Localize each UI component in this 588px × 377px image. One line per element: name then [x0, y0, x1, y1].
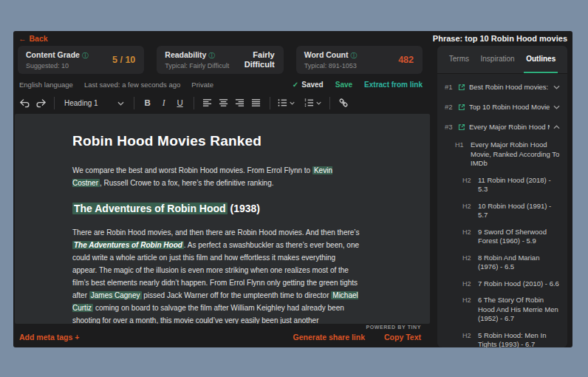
readability-label: Readabilityⓘ — [165, 50, 229, 61]
outline-heading-entry: H28 Robin And Marian (1976) - 6.5 — [462, 250, 560, 276]
heading-level-label: H2 — [462, 279, 473, 289]
body-paragraph: There are Robin Hood movies, and then th… — [72, 226, 360, 324]
outline-item[interactable]: #1Best Robin Hood movies: Ran... — [445, 77, 560, 97]
document-editor[interactable]: Robin Hood Movies Ranked We compare the … — [15, 114, 430, 324]
redo-icon — [35, 98, 47, 108]
heading-text: 7 Robin Hood (2010) - 6.6 — [478, 279, 559, 289]
external-link-icon[interactable] — [458, 103, 465, 111]
bullet-list-icon — [278, 98, 287, 107]
undo-button[interactable] — [16, 95, 33, 111]
extract-from-link-button[interactable]: Extract from link — [364, 81, 423, 89]
heading-level-label: H2 — [462, 202, 473, 220]
footer-links: Add meta tags + Generate share link Copy… — [19, 333, 421, 342]
add-meta-tags-button[interactable]: Add meta tags + — [19, 333, 79, 342]
intro-paragraph: We compare the best and worst Robin Hood… — [72, 164, 360, 189]
outline-heading-entry: H210 Robin Hood (1991) - 5.7 — [462, 198, 560, 224]
status-right: ✓ Saved Save Extract from link — [293, 81, 423, 89]
outline-heading-entry: H29 Sword Of Sherwood Forest (1960) - 5.… — [462, 224, 560, 250]
save-button[interactable]: Save — [335, 81, 352, 89]
highlighted-term: James Cagney — [89, 291, 142, 299]
text-segment: coming on board to salvage the film afte… — [72, 304, 344, 324]
heading-text: 11 Robin Hood (2018) - 5.3 — [478, 176, 560, 194]
toolbar-divider — [270, 97, 270, 109]
outline-list: #1Best Robin Hood movies: Ran...#2Top 10… — [437, 74, 567, 347]
align-left-button[interactable] — [199, 95, 216, 111]
chevron-up-icon — [553, 125, 560, 129]
align-center-icon — [219, 98, 228, 107]
readability-card: Readabilityⓘ Typical: Fairly Difficult F… — [157, 46, 283, 74]
external-link-icon[interactable] — [458, 123, 465, 131]
word-count-text: Word Countⓘ Typical: 891-1053 — [304, 50, 358, 69]
block-format-select[interactable]: Heading 1 — [60, 99, 129, 107]
underline-button[interactable]: U — [172, 95, 188, 111]
powered-by-label: POWERED BY TINY — [366, 325, 421, 330]
check-icon: ✓ — [293, 81, 298, 89]
text-segment: pissed Jack Warner off for the umpteenth… — [142, 291, 332, 299]
block-format-value: Heading 1 — [64, 99, 98, 107]
outline-sidebar: TermsInspirationOutlines #1Best Robin Ho… — [437, 46, 567, 347]
info-icon[interactable]: ⓘ — [82, 52, 89, 59]
content-grade-text: Content Gradeⓘ Suggested: 10 — [26, 50, 89, 69]
copy-text-button[interactable]: Copy Text — [384, 333, 421, 342]
outline-heading-entry: H26 The Story Of Robin Hood And His Merr… — [462, 292, 560, 327]
back-button[interactable]: ← Back — [18, 34, 48, 43]
heading-level-label: H2 — [462, 331, 473, 348]
redo-button[interactable] — [33, 95, 49, 111]
italic-button[interactable]: I — [156, 95, 172, 111]
language-label: English language — [19, 81, 73, 89]
outline-item[interactable]: #2Top 10 Robin Hood Movies - ... — [445, 97, 560, 117]
numbered-list-icon — [304, 98, 314, 107]
undo-icon — [19, 98, 30, 108]
align-justify-button[interactable] — [248, 95, 264, 111]
editor-footer: POWERED BY TINY Add meta tags + Generate… — [13, 324, 431, 346]
word-count-card: Word Countⓘ Typical: 891-1053 482 — [296, 46, 423, 74]
heading-level-label: H1 — [455, 140, 465, 169]
outline-item[interactable]: #3Every Major Robin Hood Mov... — [445, 117, 560, 137]
sidebar-tabs: TermsInspirationOutlines — [437, 46, 567, 74]
toolbar-divider — [194, 97, 194, 109]
phrase-title: Phrase: top 10 Robin Hood movies — [433, 34, 567, 43]
word-count-value: 482 — [398, 55, 414, 65]
content-grade-card: Content Gradeⓘ Suggested: 10 5 / 10 — [18, 46, 144, 74]
toolbar-divider — [54, 97, 55, 109]
outline-title: Top 10 Robin Hood Movies - ... — [469, 103, 550, 111]
last-saved-label: Last saved: a few seconds ago — [84, 81, 180, 89]
align-left-icon — [202, 98, 212, 107]
generate-share-link-button[interactable]: Generate share link — [293, 333, 365, 342]
readability-value: Fairly Difficult — [236, 50, 275, 69]
back-label: Back — [30, 34, 48, 43]
link-button[interactable] — [335, 95, 352, 111]
content-grade-subtext: Suggested: 10 — [26, 62, 89, 69]
bold-button[interactable]: B — [140, 95, 156, 111]
heading-text: 10 Robin Hood (1991) - 5.7 — [478, 202, 560, 220]
saved-indicator: ✓ Saved — [293, 81, 324, 89]
external-link-icon[interactable] — [458, 84, 465, 91]
tab-outlines[interactable]: Outlines — [524, 46, 558, 73]
info-icon[interactable]: ⓘ — [351, 52, 358, 59]
link-icon — [338, 98, 349, 108]
tab-terms[interactable]: Terms — [447, 46, 471, 73]
readability-subtext: Typical: Fairly Difficult — [165, 62, 229, 69]
chevron-down-icon — [553, 105, 560, 109]
bullet-list-button[interactable] — [276, 95, 298, 111]
heading-level-label: H2 — [462, 228, 473, 246]
heading-text: 5 Robin Hood: Men In Tights (1993) - 6.7 — [478, 331, 560, 348]
metrics-row: Content Gradeⓘ Suggested: 10 5 / 10 Read… — [18, 46, 423, 74]
tab-inspiration[interactable]: Inspiration — [479, 46, 517, 73]
app-window: ← Back Phrase: top 10 Robin Hood movies … — [13, 31, 572, 347]
outline-number: #1 — [445, 83, 454, 91]
outline-title: Best Robin Hood movies: Ran... — [469, 83, 550, 91]
align-right-button[interactable] — [232, 95, 248, 111]
heading-text: Every Major Robin Hood Movie, Ranked Acc… — [471, 140, 560, 169]
chevron-down-icon — [553, 85, 560, 89]
saved-label: Saved — [301, 81, 323, 89]
heading-text: 9 Sword Of Sherwood Forest (1960) - 5.9 — [478, 228, 560, 246]
toolbar-divider — [329, 97, 330, 109]
info-icon[interactable]: ⓘ — [208, 52, 215, 59]
readability-label-text: Readability — [165, 50, 206, 59]
section-heading: The Adventures of Robin Hood (1938) — [72, 201, 360, 216]
numbered-list-button[interactable] — [302, 95, 324, 111]
chevron-down-icon — [316, 101, 321, 105]
align-center-button[interactable] — [216, 95, 232, 111]
document-title: Robin Hood Movies Ranked — [72, 133, 360, 149]
